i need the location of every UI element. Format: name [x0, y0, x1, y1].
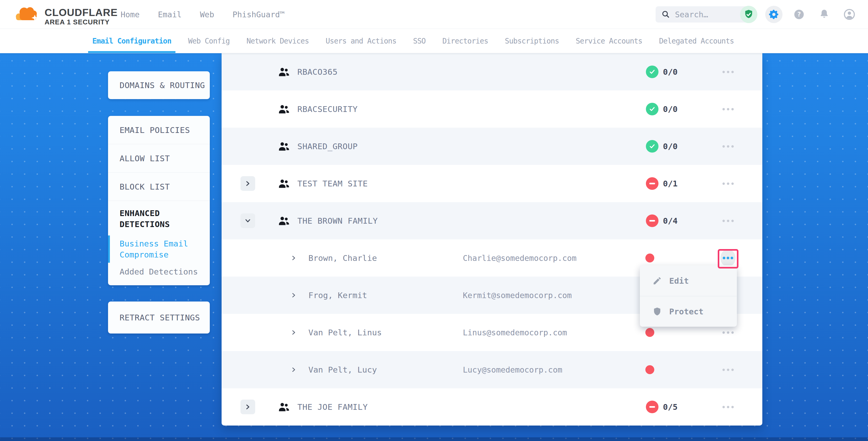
cloudflare-logo[interactable]: CLOUDFLARE AREA 1 SECURITY: [13, 3, 118, 26]
row-context-menu: Edit Protect: [640, 265, 737, 327]
table-row-group[interactable]: THE JOE FAMILY 0/5: [222, 388, 762, 426]
group-name: RBACO365: [298, 67, 338, 76]
table-row-group[interactable]: THE BROWN FAMILY 0/4: [222, 202, 762, 240]
logo-brand: CLOUDFLARE: [44, 7, 118, 18]
protected-count: 0/0: [663, 104, 678, 114]
shield-icon: [652, 307, 662, 316]
expand-chevron-right-button[interactable]: [241, 400, 255, 414]
member-email: Kermit@somedemocorp.com: [463, 291, 572, 300]
status-badge-error: [646, 215, 658, 227]
gear-icon[interactable]: [765, 6, 782, 23]
bottom-strip: [0, 437, 868, 441]
group-name: SHARED_GROUP: [298, 141, 358, 151]
sidebar-policies-card: EMAIL POLICIES ALLOW LIST BLOCK LIST ENH…: [108, 116, 210, 285]
sidebar-item-domains-routing[interactable]: DOMAINS & ROUTING: [108, 71, 210, 99]
menu-item-edit[interactable]: Edit: [640, 265, 737, 296]
menu-item-protect-label: Protect: [669, 307, 704, 316]
group-people-icon: [278, 141, 290, 152]
nav-web[interactable]: Web: [200, 10, 214, 19]
group-name: RBACSECURITY: [298, 104, 358, 114]
group-people-icon: [278, 104, 290, 114]
pencil-icon: [652, 276, 662, 286]
sidebar-item-retract-settings[interactable]: RETRACT SETTINGS: [108, 302, 210, 334]
header-icons: ?: [740, 0, 858, 29]
area1-security-console: { "colors": { "accent_blue": "#29a8f0", …: [0, 0, 868, 441]
sidebar-section-enhanced-detections: ENHANCED DETECTIONS Business Email Compr…: [108, 201, 210, 285]
member-email: Lucy@somedemocorp.com: [463, 365, 562, 374]
logo-subtitle: AREA 1 SECURITY: [44, 18, 118, 26]
group-people-icon: [278, 216, 290, 226]
row-menu-button[interactable]: [719, 63, 737, 81]
minus-icon: [649, 406, 655, 408]
row-menu-button[interactable]: [719, 212, 737, 230]
nav-home[interactable]: Home: [121, 10, 140, 19]
expand-chevron-right-button[interactable]: [241, 176, 255, 191]
shield-check-icon[interactable]: [740, 6, 757, 23]
member-email: Charlie@somedemocorp.com: [463, 254, 577, 263]
minus-icon: [649, 183, 655, 184]
protected-count: 0/4: [663, 216, 678, 225]
tab-subscriptions[interactable]: Subscriptions: [504, 29, 560, 53]
menu-item-protect[interactable]: Protect: [640, 296, 737, 327]
protected-count: 0/5: [663, 402, 678, 412]
left-sidebar: DOMAINS & ROUTING EMAIL POLICIES ALLOW L…: [108, 71, 210, 334]
tab-sso[interactable]: SSO: [412, 29, 427, 53]
tab-network-devices[interactable]: Network Devices: [245, 29, 310, 53]
group-people-icon: [278, 67, 290, 77]
protected-count: 0/0: [663, 67, 678, 76]
click-highlight-box: [718, 249, 739, 269]
row-menu-button[interactable]: [719, 100, 737, 118]
table-row-group[interactable]: SHARED_GROUP 0/0: [222, 128, 762, 165]
sidebar-item-added-detections[interactable]: Added Detections: [120, 267, 200, 276]
member-name: Frog, Kermit: [308, 290, 367, 300]
table-row-member[interactable]: Van Pelt, Lucy Lucy@somedemocorp.com: [222, 351, 762, 388]
table-row-group[interactable]: RBACSECURITY 0/0: [222, 90, 762, 128]
group-name: TEST TEAM SITE: [298, 179, 368, 188]
groups-table-panel: RBACO365 0/0 RBACSECURITY 0/0 SHARED_GRO…: [222, 53, 762, 426]
top-header: CLOUDFLARE AREA 1 SECURITY Home Email We…: [0, 0, 868, 29]
sidebar-item-email-policies[interactable]: EMAIL POLICIES: [108, 116, 210, 144]
tab-service-accounts[interactable]: Service Accounts: [575, 29, 644, 53]
member-name: Van Pelt, Linus: [308, 328, 382, 337]
sidebar-item-enhanced-detections[interactable]: ENHANCED DETECTIONS: [120, 208, 200, 230]
status-badge-ok: [646, 66, 658, 78]
search-input[interactable]: [675, 10, 743, 19]
member-chevron-right-icon: [290, 255, 297, 261]
section-tabbar: Email Configuration Web Config Network D…: [0, 29, 868, 53]
row-menu-button[interactable]: [719, 360, 737, 379]
collapse-chevron-down-button[interactable]: [241, 213, 255, 228]
help-icon[interactable]: ?: [790, 6, 808, 23]
search-box[interactable]: [656, 6, 750, 23]
group-people-icon: [278, 402, 290, 412]
table-row-group[interactable]: TEST TEAM SITE 0/1: [222, 165, 762, 202]
bell-icon[interactable]: [815, 6, 833, 23]
member-chevron-right-icon: [290, 367, 297, 373]
account-icon[interactable]: [841, 6, 858, 23]
unprotected-dot: [645, 365, 654, 374]
table-row-group[interactable]: RBACO365 0/0: [222, 53, 762, 90]
status-badge-error: [646, 177, 658, 190]
logo-text: CLOUDFLARE AREA 1 SECURITY: [44, 7, 118, 26]
nav-phishguard[interactable]: PhishGuard™: [232, 10, 285, 19]
row-menu-button[interactable]: [719, 137, 737, 155]
unprotected-dot: [645, 328, 654, 337]
search-icon: [661, 10, 670, 19]
group-name: THE JOE FAMILY: [298, 402, 368, 412]
group-people-icon: [278, 178, 290, 189]
status-badge-ok: [646, 103, 658, 115]
sidebar-item-business-email-compromise[interactable]: Business Email Compromise: [120, 237, 200, 262]
tab-directories[interactable]: Directories: [441, 29, 489, 53]
minus-icon: [649, 220, 655, 222]
tab-email-configuration[interactable]: Email Configuration: [91, 29, 172, 53]
unprotected-dot: [645, 254, 654, 262]
tab-web-config[interactable]: Web Config: [187, 29, 231, 53]
row-menu-button[interactable]: [719, 175, 737, 193]
tab-delegated-accounts[interactable]: Delegated Accounts: [658, 29, 735, 53]
menu-item-edit-label: Edit: [669, 276, 689, 286]
nav-email[interactable]: Email: [158, 10, 182, 19]
status-badge-error: [646, 401, 658, 413]
sidebar-item-block-list[interactable]: BLOCK LIST: [108, 172, 210, 201]
sidebar-item-allow-list[interactable]: ALLOW LIST: [108, 144, 210, 172]
row-menu-button[interactable]: [719, 398, 737, 416]
tab-users-and-actions[interactable]: Users and Actions: [324, 29, 398, 53]
